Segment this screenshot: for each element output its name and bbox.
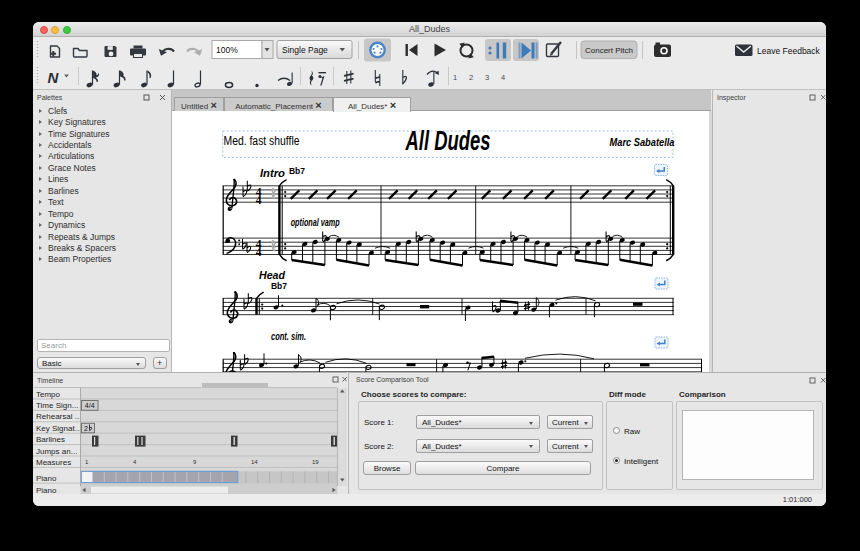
svg-text:Med. fast shuffle: Med. fast shuffle (224, 134, 300, 148)
svg-text:Key Signat...: Key Signat... (36, 424, 81, 433)
svg-text:Bb7: Bb7 (289, 165, 305, 176)
svg-text:Rehearsal ...: Rehearsal ... (36, 412, 81, 421)
svg-text:1: 1 (453, 73, 457, 82)
svg-text:19: 19 (312, 459, 319, 465)
svg-text:cont. sim.: cont. sim. (271, 331, 306, 342)
svg-text:Barlines: Barlines (36, 435, 65, 444)
svg-text:Concert Pitch: Concert Pitch (585, 46, 633, 55)
svg-text:2: 2 (84, 425, 88, 432)
svg-text:2: 2 (469, 73, 473, 82)
svg-text:Jumps an...: Jumps an... (36, 447, 77, 456)
svg-text:N: N (48, 69, 60, 86)
svg-text:Leave Feedback: Leave Feedback (757, 46, 821, 56)
svg-text:4: 4 (256, 246, 262, 258)
svg-text:Marc Sabatella: Marc Sabatella (610, 136, 675, 148)
svg-text:Bb7: Bb7 (271, 280, 287, 291)
svg-text:Tempo: Tempo (36, 390, 61, 399)
svg-text:4/4: 4/4 (85, 402, 95, 409)
svg-text:All Dudes: All Dudes (405, 126, 491, 156)
svg-text:Timeline: Timeline (37, 377, 63, 384)
svg-text:optional vamp: optional vamp (291, 217, 340, 228)
svg-text:4: 4 (256, 194, 262, 206)
svg-text:100%: 100% (216, 45, 238, 55)
svg-text:Single Page: Single Page (282, 45, 328, 55)
svg-text:14: 14 (251, 459, 258, 465)
svg-text:Measures: Measures (36, 458, 71, 467)
svg-text:Piano: Piano (36, 474, 57, 483)
svg-text:3: 3 (485, 73, 489, 82)
svg-text:4: 4 (501, 73, 505, 82)
svg-text:Time Sign...: Time Sign... (36, 401, 78, 410)
svg-text:Intro: Intro (260, 167, 285, 179)
